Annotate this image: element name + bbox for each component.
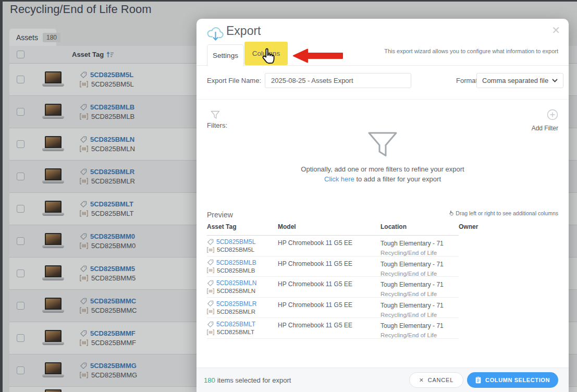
column-selection-label: COLUMN SELECTION (485, 377, 550, 383)
preview-row: 5CD825BMLT 5CD825BMLT HP Chromebook 11 G… (207, 318, 459, 339)
barcode-icon (207, 247, 214, 253)
preview-location: Tough Elementary - 71 (380, 260, 444, 268)
preview-serial-text: 5CD825BMLT (217, 329, 254, 335)
section-divider (197, 99, 569, 100)
tag-icon (207, 280, 214, 287)
tag-icon (207, 300, 214, 307)
format-select[interactable]: Comma separated file (476, 73, 563, 88)
preview-label: Preview (207, 211, 233, 219)
tab-settings[interactable]: Settings (207, 44, 244, 66)
preview-asset-tag-link[interactable]: 5CD825BMLT (216, 321, 255, 328)
tag-icon (207, 321, 214, 328)
column-selection-button[interactable]: COLUMN SELECTION (467, 372, 558, 388)
selection-count: 180items selected for export (204, 376, 291, 384)
filter-funnel-icon (211, 111, 220, 119)
preview-location: Tough Elementary - 71 (380, 239, 444, 247)
preview-col-asset-tag[interactable]: Asset Tag (207, 223, 278, 230)
preview-serial-text: 5CD825BMLN (217, 288, 255, 294)
preview-sublocation: Recycling/End of Life (380, 271, 437, 277)
format-select-value: Comma separated file (482, 77, 552, 84)
preview-asset-tag-link[interactable]: 5CD825BMLB (216, 259, 256, 266)
cancel-button[interactable]: ✕ CANCEL (409, 372, 463, 388)
preview-model: HP Chromebook 11 G5 EE (278, 321, 380, 339)
preview-row: 5CD825BMLB 5CD825BMLB HP Chromebook 11 G… (207, 256, 459, 277)
close-icon[interactable]: ✕ (551, 24, 560, 36)
modal-title: Export (226, 24, 261, 38)
preview-serial-text: 5CD825BMLR (217, 309, 255, 315)
preview-location: Tough Elementary - 71 (380, 280, 444, 288)
wizard-hint-text: This export wizard allows you to configu… (384, 48, 558, 54)
filters-empty-cta: Click here to add a filter for your expo… (197, 175, 569, 183)
preview-sublocation: Recycling/End of Life (380, 250, 437, 256)
preview-col-owner[interactable]: Owner (459, 223, 558, 230)
selection-count-text: items selected for export (217, 376, 291, 384)
modal-footer: 180items selected for export ✕ CANCEL CO… (197, 368, 569, 392)
preview-model: HP Chromebook 11 G5 EE (278, 259, 380, 278)
owner-column-highlight (459, 236, 518, 293)
cursor-hand-icon (260, 48, 276, 67)
plus-circle-icon (547, 109, 558, 120)
add-filter-button[interactable]: Add Filter (522, 109, 558, 132)
file-name-label: Export File Name: (207, 77, 261, 84)
preview-sublocation: Recycling/End of Life (380, 332, 437, 338)
screen: Recycling/End of Life Room Assets 180 As… (0, 0, 577, 392)
tag-icon (207, 259, 214, 266)
preview-row: 5CD825BM5L 5CD825BM5L HP Chromebook 11 G… (207, 236, 459, 256)
barcode-icon (207, 288, 214, 294)
tab-settings-label: Settings (213, 52, 238, 59)
preview-row: 5CD825BMLN 5CD825BMLN HP Chromebook 11 G… (207, 277, 459, 298)
preview-asset-tag-link[interactable]: 5CD825BMLR (216, 300, 256, 308)
preview-sublocation: Recycling/End of Life (380, 291, 437, 297)
selection-count-number: 180 (204, 376, 215, 384)
preview-location: Tough Elementary - 71 (380, 301, 444, 309)
preview-row: 5CD825BMLR 5CD825BMLR HP Chromebook 11 G… (207, 298, 459, 318)
tag-icon (207, 239, 214, 246)
preview-model: HP Chromebook 11 G5 EE (278, 279, 380, 298)
preview-col-model[interactable]: Model (278, 223, 380, 230)
preview-serial-text: 5CD825BMLB (217, 267, 255, 274)
filters-empty-cta-tail: to add a filter for your export (354, 175, 441, 183)
tabbar-divider (197, 65, 569, 66)
preview-model: HP Chromebook 11 G5 EE (278, 300, 380, 319)
clipboard-icon (475, 376, 481, 384)
drag-hint: Drag left or right to see additional col… (449, 210, 558, 216)
barcode-icon (207, 329, 214, 335)
drag-hand-icon (449, 211, 453, 216)
preview-col-location[interactable]: Location (380, 223, 459, 230)
click-here-link[interactable]: Click here (324, 175, 354, 183)
preview-sublocation: Recycling/End of Life (380, 312, 437, 318)
annotation-arrow-left (293, 48, 343, 63)
filters-empty-text: Optionally, add one or more filters to r… (197, 165, 569, 173)
cancel-x-icon: ✕ (419, 377, 424, 384)
preview-model: HP Chromebook 11 G5 EE (278, 238, 380, 257)
cancel-button-label: CANCEL (428, 377, 453, 383)
barcode-icon (207, 267, 214, 273)
preview-asset-tag-link[interactable]: 5CD825BMLN (216, 279, 256, 287)
add-filter-label: Add Filter (522, 125, 558, 132)
preview-rows: 5CD825BM5L 5CD825BM5L HP Chromebook 11 G… (207, 236, 459, 339)
export-modal: Export ✕ This export wizard allows you t… (197, 19, 569, 392)
file-name-input[interactable] (265, 73, 411, 88)
drag-hint-text: Drag left or right to see additional col… (456, 210, 558, 216)
empty-filters-funnel-icon (367, 131, 398, 157)
preview-table-header: Asset Tag Model Location Owner (207, 223, 558, 230)
cloud-export-icon (206, 26, 226, 41)
preview-serial-text: 5CD825BM5L (217, 247, 254, 253)
preview-asset-tag-link[interactable]: 5CD825BM5L (216, 238, 255, 246)
chevron-down-icon (552, 79, 558, 82)
preview-location: Tough Elementary - 71 (380, 321, 444, 329)
barcode-icon (207, 309, 214, 314)
filters-label: Filters: (207, 121, 227, 129)
